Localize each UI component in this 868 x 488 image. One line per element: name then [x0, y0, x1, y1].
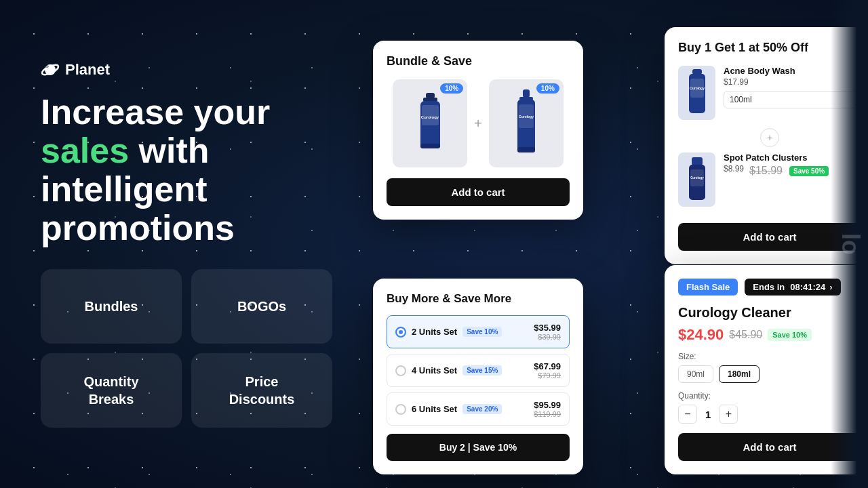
qty-label-4: 4 Units Set — [412, 365, 457, 375]
svg-rect-15 — [692, 69, 702, 75]
size-90ml-button[interactable]: 90ml — [678, 365, 713, 383]
qty-price-main-4: $67.99 — [534, 361, 561, 371]
qty-display: 1 — [705, 409, 711, 420]
bogo-bottle-2: Curology — [684, 156, 711, 203]
headline: Increase your sales with intelligent pro… — [41, 93, 332, 248]
size-180ml-button[interactable]: 180ml — [719, 365, 760, 383]
svg-point-2 — [45, 65, 49, 68]
qty-radio-4 — [395, 365, 406, 376]
headline-line2: sales with — [41, 131, 332, 170]
qty-save-2: Save 10% — [462, 327, 502, 337]
bundle-product-2: 10% Curology — [489, 79, 564, 167]
qty-price-orig-4: $79.99 — [534, 371, 561, 380]
qty-option-2[interactable]: 2 Units Set Save 10% $35.99 $39.99 — [387, 315, 570, 348]
svg-rect-3 — [426, 93, 435, 98]
bundle-card: Bundle & Save 10% Curology + — [373, 41, 583, 220]
svg-text:Curology: Curology — [690, 176, 704, 180]
svg-text:Curology: Curology — [519, 115, 534, 119]
qty-option-4-left: 4 Units Set Save 15% — [395, 365, 502, 376]
feature-bundles-label: Bundles — [85, 298, 138, 315]
bundle-products: 10% Curology + 10% — [387, 79, 570, 167]
qty-price-main-6: $95.99 — [534, 400, 561, 410]
page-container: Planet Increase your sales with intellig… — [0, 0, 868, 488]
svg-rect-19 — [692, 157, 703, 165]
svg-rect-14 — [517, 147, 535, 152]
bundle-add-to-cart-button[interactable]: Add to cart — [387, 178, 570, 206]
qty-save-6: Save 20% — [462, 404, 502, 414]
bogo-product-2-price: $8.99 — [724, 164, 744, 174]
feature-price-discounts[interactable]: PriceDiscounts — [191, 353, 332, 428]
headline-line3: intelligent — [41, 170, 332, 209]
bogo-product-1-image: Curology — [678, 66, 715, 120]
flash-timer: Ends in 08:41:24 › — [745, 279, 840, 296]
right-panel: Bundle & Save 10% Curology + — [359, 0, 868, 488]
bundle-badge-1: 10% — [440, 83, 463, 94]
bundle-card-title: Bundle & Save — [387, 54, 570, 68]
bogo-product-2-image: Curology — [678, 152, 715, 207]
svg-rect-8 — [420, 144, 440, 148]
qty-prices-6: $95.99 $119.99 — [534, 400, 561, 418]
qty-prices-2: $35.99 $39.99 — [534, 323, 561, 341]
product-bottle-2: Curology — [513, 89, 540, 157]
planet-logo-icon — [41, 60, 60, 79]
feature-bundles[interactable]: Bundles — [41, 269, 182, 344]
bundle-plus: + — [474, 116, 482, 131]
flash-current-price: $24.90 — [678, 326, 724, 344]
feature-quantity-breaks[interactable]: QuantityBreaks — [41, 353, 182, 428]
qty-option-6-left: 6 Units Set Save 20% — [395, 404, 502, 415]
left-panel: Planet Increase your sales with intellig… — [0, 0, 359, 488]
qty-decrease-button[interactable]: − — [678, 405, 697, 424]
qty-option-6[interactable]: 6 Units Set Save 20% $95.99 $119.99 — [387, 392, 570, 426]
buy-more-card: Buy More & Save More 2 Units Set Save 10… — [373, 279, 583, 474]
headline-highlight: sales — [41, 131, 129, 170]
logo-text: Planet — [65, 61, 110, 79]
qty-price-orig-2: $39.99 — [534, 333, 561, 341]
side-text: lo — [836, 233, 865, 255]
svg-text:Curology: Curology — [420, 115, 439, 119]
flash-timer-value: 08:41:24 — [790, 282, 825, 292]
flash-orig-price: $45.90 — [729, 329, 762, 341]
qty-label-6: 6 Units Set — [412, 404, 457, 414]
qty-option-2-left: 2 Units Set Save 10% — [395, 327, 502, 338]
qty-label-2: 2 Units Set — [412, 327, 457, 337]
product-bottle-1: Curology — [415, 93, 446, 154]
buy-more-button[interactable]: Buy 2 | Save 10% — [387, 434, 570, 461]
svg-text:Curology: Curology — [690, 86, 705, 90]
qty-price-orig-6: $119.99 — [534, 410, 561, 418]
qty-price-main-2: $35.99 — [534, 323, 561, 333]
qty-option-4[interactable]: 4 Units Set Save 15% $67.99 $79.99 — [387, 354, 570, 387]
bundle-product-1: 10% Curology — [393, 79, 467, 167]
flash-save-badge: Save 10% — [768, 329, 812, 341]
feature-price-discounts-label: PriceDiscounts — [229, 373, 295, 408]
qty-radio-6 — [395, 404, 406, 415]
svg-rect-9 — [523, 89, 530, 98]
bundle-badge-2: 10% — [536, 83, 559, 94]
qty-prices-4: $67.99 $79.99 — [534, 361, 561, 380]
bogo-product-2-orig-price: $15.99 — [749, 165, 783, 177]
feature-bogos-label: BOGOs — [237, 298, 286, 315]
headline-with: with — [139, 131, 210, 170]
buy-more-title: Buy More & Save More — [387, 292, 570, 306]
feature-grid: Bundles BOGOs QuantityBreaks PriceDiscou… — [41, 269, 332, 428]
qty-increase-button[interactable]: + — [719, 405, 738, 424]
feature-bogos[interactable]: BOGOs — [191, 269, 332, 344]
qty-save-4: Save 15% — [462, 365, 502, 375]
logo: Planet — [41, 60, 332, 79]
flash-sale-badge: Flash Sale — [678, 279, 738, 296]
flash-timer-prefix: Ends in — [753, 282, 785, 292]
bogo-plus-icon: + — [760, 128, 779, 147]
headline-line4: promotions — [41, 209, 332, 247]
headline-line1: Increase your — [41, 93, 332, 131]
qty-radio-2 — [395, 327, 406, 338]
bogo-bottle-1: Curology — [684, 69, 711, 117]
bogo-save-badge: Save 50% — [789, 166, 829, 176]
feature-quantity-breaks-label: QuantityBreaks — [83, 373, 138, 408]
